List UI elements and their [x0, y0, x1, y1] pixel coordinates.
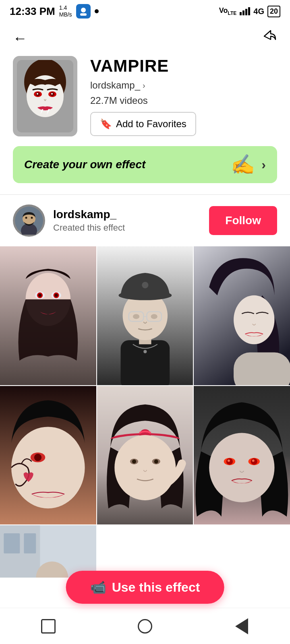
circle-icon: [138, 619, 152, 634]
battery-indicator: 20: [267, 6, 280, 17]
add-to-favorites-button[interactable]: 🔖 Add to Favorites: [90, 112, 196, 136]
svg-point-59: [228, 459, 230, 462]
top-nav: ←: [0, 22, 290, 56]
svg-point-35: [133, 314, 139, 319]
camera-icon: 📹: [90, 580, 106, 595]
video-cell-5[interactable]: [97, 386, 193, 525]
svg-point-44: [34, 454, 41, 461]
nav-home-button[interactable]: [135, 616, 155, 636]
use-effect-container: 📹 Use this effect: [66, 571, 224, 604]
svg-point-31: [142, 282, 148, 288]
bookmark-icon: 🔖: [100, 118, 112, 130]
svg-point-48: [114, 435, 176, 500]
svg-rect-27: [120, 340, 170, 385]
creator-avatar[interactable]: [13, 204, 45, 237]
video-cell-4[interactable]: [0, 386, 96, 525]
back-button[interactable]: ←: [13, 30, 27, 47]
creator-chevron-icon: ›: [143, 81, 145, 90]
effect-header: VAMPIRE lordskamp_ › 22.7M videos 🔖 Add …: [0, 56, 290, 146]
svg-point-10: [51, 93, 53, 95]
status-speed: 1.4 MB/s: [59, 4, 72, 18]
lte-icon: VoLTE: [219, 6, 236, 16]
svg-point-60: [252, 459, 255, 462]
use-this-effect-button[interactable]: 📹 Use this effect: [66, 571, 224, 604]
svg-point-40: [234, 295, 274, 345]
status-dot: [95, 9, 99, 13]
creator-info: lordskamp_ Created this effect: [53, 208, 201, 233]
effect-video-count: 22.7M videos: [90, 95, 277, 106]
nav-stop-button[interactable]: [38, 616, 58, 636]
svg-point-52: [154, 459, 158, 463]
svg-rect-63: [4, 533, 20, 553]
network-type: 4G: [253, 7, 264, 16]
creator-subtitle: Created this effect: [53, 223, 201, 233]
status-bar: 12:33 PM 1.4 MB/s VoLTE 4G 20: [0, 0, 290, 22]
svg-point-23: [38, 294, 41, 297]
status-right: VoLTE 4G 20: [219, 6, 280, 17]
svg-point-54: [209, 433, 275, 502]
video-cell-3[interactable]: [194, 246, 290, 385]
effect-creator-link[interactable]: lordskamp_ ›: [90, 80, 277, 91]
svg-rect-39: [234, 353, 290, 385]
signal-bars: [240, 7, 250, 15]
creator-username: lordskamp_: [53, 208, 201, 221]
triangle-icon: [235, 618, 248, 634]
svg-point-51: [132, 459, 136, 463]
square-icon: [41, 619, 56, 634]
svg-point-37: [143, 350, 147, 353]
share-button[interactable]: [261, 28, 277, 48]
svg-rect-1: [80, 13, 87, 16]
app-icon: [76, 4, 91, 19]
status-left: 12:33 PM 1.4 MB/s: [10, 4, 99, 19]
effect-thumbnail: [13, 56, 77, 136]
banner-chevron-icon: ›: [261, 157, 266, 172]
svg-point-9: [37, 93, 38, 95]
video-cell-1[interactable]: [0, 246, 96, 385]
section-divider: [0, 194, 290, 195]
create-banner-right: ✍️ ›: [231, 153, 266, 176]
follow-button[interactable]: Follow: [209, 206, 277, 235]
video-cell-2[interactable]: [97, 246, 193, 385]
svg-point-24: [55, 294, 58, 297]
create-own-effect-banner[interactable]: Create your own effect ✍️ ›: [13, 146, 277, 183]
svg-rect-64: [24, 533, 36, 553]
svg-point-0: [81, 8, 86, 12]
video-cell-6[interactable]: [194, 386, 290, 525]
nav-back-button[interactable]: [232, 616, 252, 636]
create-banner-text: Create your own effect: [24, 158, 145, 171]
bottom-navigation: [0, 608, 290, 644]
effect-info: VAMPIRE lordskamp_ › 22.7M videos 🔖 Add …: [90, 56, 277, 136]
svg-point-36: [151, 314, 157, 319]
creator-row: lordskamp_ Created this effect Follow: [0, 204, 290, 246]
effect-title: VAMPIRE: [90, 56, 277, 76]
hand-pen-icon: ✍️: [231, 153, 255, 176]
svg-point-15: [31, 217, 33, 219]
svg-point-42: [11, 427, 85, 508]
svg-point-14: [25, 217, 27, 219]
status-time: 12:33 PM: [10, 5, 55, 18]
